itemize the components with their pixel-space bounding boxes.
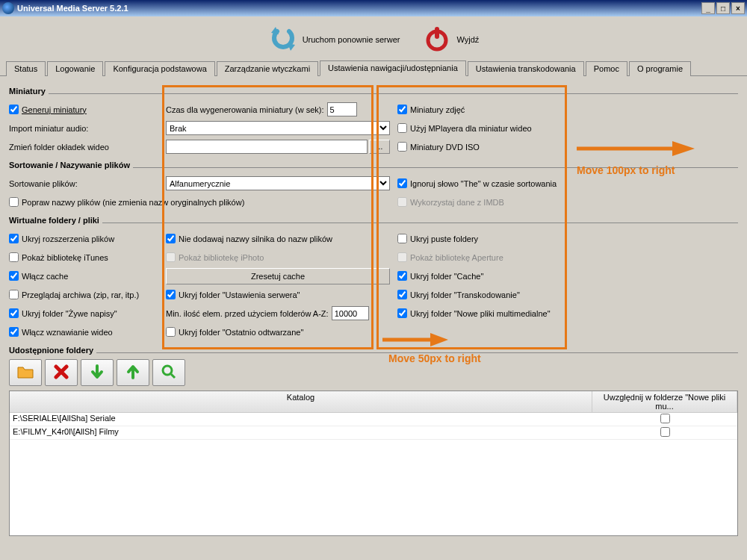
hide-live-subs-checkbox[interactable]: Ukryj folder "Żywe napisy" — [9, 308, 166, 318]
exit-label: Wyjdź — [456, 35, 479, 44]
arrow-up-icon — [125, 364, 140, 381]
tab-help[interactable]: Pomoc — [586, 61, 627, 76]
hide-ext-checkbox[interactable]: Ukryj rozszerzenia plików — [9, 234, 166, 243]
shared-folders-table[interactable]: Katalog Uwzględnij w folderze "Nowe plik… — [9, 391, 738, 536]
cover-folder-input[interactable] — [166, 140, 368, 154]
move-up-button[interactable] — [117, 359, 149, 386]
search-icon — [161, 364, 176, 381]
generate-thumbnails-checkbox[interactable]: Generuj miniatury — [9, 105, 166, 114]
sort-label: Sortowanie plików: — [9, 179, 78, 188]
app-icon — [2, 2, 14, 14]
close-button[interactable]: × — [731, 2, 745, 14]
thumb-time-input[interactable] — [327, 102, 357, 116]
hide-last-played-checkbox[interactable]: Ukryj folder "Ostatnio odtwarzane" — [166, 327, 390, 337]
col-monitor[interactable]: Uwzględnij w folderze "Nowe pliki mu... — [592, 391, 737, 412]
section-sorting-title: Sortowanie / Nazywanie plików — [9, 161, 133, 169]
tab-plugins[interactable]: Zarządzanie wtyczkami — [217, 61, 318, 76]
cover-folder-browse[interactable]: ... — [369, 140, 390, 154]
photo-thumbs-checkbox[interactable]: Miniatury zdjęć — [397, 105, 738, 114]
folder-icon — [16, 364, 34, 381]
exit-button[interactable]: Wyjdź — [422, 24, 479, 55]
table-row[interactable]: F:\SERIALE\[AllSha] Seriale — [10, 413, 737, 426]
svg-marker-5 — [430, 333, 448, 346]
svg-marker-3 — [672, 141, 695, 156]
sort-select[interactable]: Alfanumerycznie — [166, 176, 390, 190]
import-audio-label: Import miniatur audio: — [9, 124, 88, 133]
tab-about[interactable]: O programie — [629, 61, 691, 76]
restart-label: Uruchom ponownie serwer — [303, 35, 400, 44]
restart-icon — [268, 24, 298, 55]
tab-transcoding[interactable]: Ustawienia transkodowania — [468, 61, 584, 76]
show-aperture-checkbox: Pokaż bibliotekę Aperture — [397, 252, 738, 262]
tab-status[interactable]: Status — [6, 61, 46, 76]
move-down-button[interactable] — [81, 359, 114, 386]
svg-line-7 — [171, 374, 175, 378]
enable-resume-checkbox[interactable]: Włącz wznawianie wideo — [9, 327, 166, 337]
tab-content: Move 100px to right Move 50px to right M… — [0, 76, 747, 542]
titlebar: Universal Media Server 5.2.1 _ □ × — [0, 0, 747, 16]
arrow-100px-label: Move 100px to right — [577, 164, 675, 176]
power-icon — [422, 24, 452, 55]
col-path[interactable]: Katalog — [10, 391, 592, 412]
imdb-checkbox: Wykorzystaj dane z IMDB — [397, 197, 738, 207]
svg-rect-1 — [435, 27, 439, 39]
row-monitor-checkbox[interactable] — [660, 414, 670, 423]
min-elem-label: Min. ilość elem. przed użyciem folderów … — [166, 309, 329, 318]
hide-new-media-checkbox[interactable]: Ukryj folder "Nowe pliki multimedialne" — [397, 308, 738, 318]
tab-navigation-sharing[interactable]: Ustawienia nawigacji/udostępniania — [320, 60, 466, 76]
browse-archives-checkbox[interactable]: Przeglądaj archiwa (zip, rar, itp.) — [9, 290, 166, 299]
arrow-down-icon — [90, 364, 105, 381]
show-iphoto-checkbox: Pokaż bibliotekę iPhoto — [166, 252, 390, 262]
main-toolbar: Uruchom ponownie serwer Wyjdź — [0, 16, 747, 60]
section-thumbnails-title: Miniatury — [9, 87, 49, 96]
folder-toolbar — [9, 359, 738, 386]
maximize-button[interactable]: □ — [716, 2, 730, 14]
hide-cache-folder-checkbox[interactable]: Ukryj folder "Cache" — [397, 271, 738, 281]
window-title: Universal Media Server 5.2.1 — [17, 4, 700, 13]
ignore-the-checkbox[interactable]: Ignoruj słowo "The" w czasie sortowania — [397, 178, 738, 188]
min-elem-input[interactable] — [332, 306, 369, 320]
show-itunes-checkbox[interactable]: Pokaż bibliotekę iTunes — [9, 252, 166, 262]
arrow-100px — [575, 140, 695, 158]
row-monitor-checkbox[interactable] — [660, 427, 670, 437]
no-engine-name-checkbox[interactable]: Nie dodawaj nazwy silnika do nazw plików — [166, 234, 390, 243]
tab-logging[interactable]: Logowanie — [47, 61, 103, 76]
arrow-50px-label: Move 50px to right — [388, 352, 481, 364]
svg-point-6 — [163, 366, 172, 375]
tab-row: Status Logowanie Konfiguracja podstawowa… — [0, 60, 747, 76]
hide-transcoding-folder-checkbox[interactable]: Ukryj folder "Transkodowanie" — [397, 290, 738, 299]
thumb-time-label: Czas dla wygenerowania miniatury (w sek)… — [166, 105, 324, 114]
mplayer-checkbox[interactable]: Użyj MPlayera dla miniatur wideo — [397, 123, 738, 133]
table-row[interactable]: E:\FILMY_K4r0l\[AllSh] Filmy — [10, 426, 737, 440]
remove-folder-button[interactable] — [45, 359, 78, 386]
minimize-button[interactable]: _ — [701, 2, 715, 14]
restart-server-button[interactable]: Uruchom ponownie serwer — [268, 24, 400, 55]
add-folder-button[interactable] — [9, 359, 42, 386]
hide-empty-checkbox[interactable]: Ukryj puste foldery — [397, 234, 738, 243]
reset-cache-button[interactable]: Zresetuj cache — [166, 268, 390, 284]
arrow-50px — [381, 332, 448, 348]
section-virtual-title: Wirtualne foldery / pliki — [9, 216, 102, 225]
hide-settings-folder-checkbox[interactable]: Ukryj folder "Ustawienia serwera" — [166, 290, 390, 299]
delete-icon — [54, 364, 69, 381]
tab-basic-config[interactable]: Konfiguracja podstawowa — [105, 61, 214, 76]
scan-folders-button[interactable] — [152, 359, 185, 386]
enable-cache-checkbox[interactable]: Włącz cache — [9, 271, 166, 281]
section-shared-title: Udostępnione foldery — [9, 346, 96, 355]
cover-folder-label: Zmień folder okładek wideo — [9, 143, 109, 152]
fix-names-checkbox[interactable]: Popraw nazwy plików (nie zmienia nazw or… — [9, 197, 390, 207]
import-audio-select[interactable]: Brak — [166, 121, 390, 135]
